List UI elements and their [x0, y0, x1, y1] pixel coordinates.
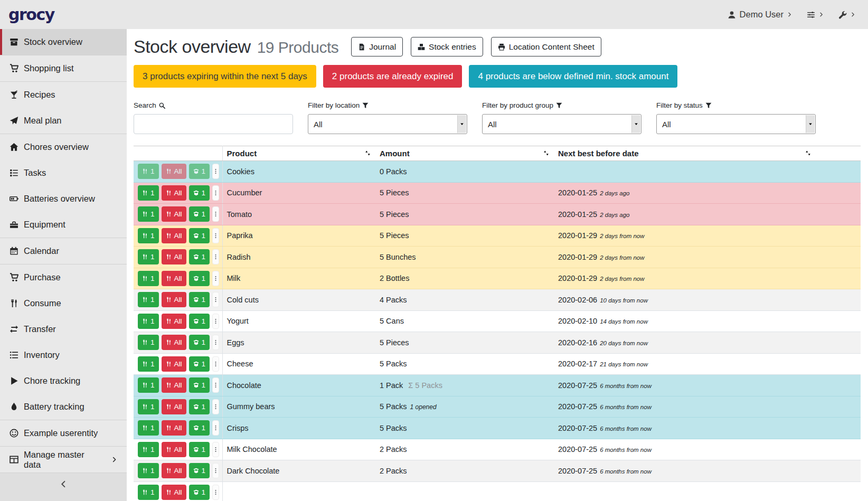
sidebar-item-battery-tracking[interactable]: Battery tracking — [0, 394, 127, 420]
sidebar-item-transfer[interactable]: Transfer — [0, 316, 127, 342]
row-menu-button[interactable] — [212, 356, 219, 372]
stock-entries-button[interactable]: Stock entries — [411, 37, 483, 56]
row-menu-button[interactable] — [212, 314, 219, 329]
row-menu-button[interactable] — [212, 420, 219, 436]
open-one-button[interactable]: 1 — [189, 206, 210, 222]
consume-all-button[interactable]: All — [162, 485, 186, 500]
row-menu-button[interactable] — [212, 377, 219, 393]
column-header-next-best-before-date[interactable]: Next best before date — [554, 146, 861, 161]
open-one-button[interactable]: 1 — [189, 377, 210, 393]
consume-one-button[interactable]: 1 — [138, 185, 159, 201]
consume-one-button[interactable]: 1 — [138, 420, 159, 436]
consume-all-button[interactable]: All — [162, 463, 186, 478]
sidebar-item-purchase[interactable]: Purchase — [0, 264, 127, 290]
tint-icon — [8, 402, 19, 411]
open-one-button[interactable]: 1 — [189, 485, 210, 500]
consume-one-button[interactable]: 1 — [138, 292, 159, 307]
app-logo[interactable]: grocy — [8, 5, 54, 24]
row-menu-button[interactable] — [212, 228, 219, 243]
row-menu-button[interactable] — [212, 292, 219, 307]
sidebar-item-recipes[interactable]: Recipes — [0, 82, 127, 108]
sidebar-item-meal-plan[interactable]: Meal plan — [0, 108, 127, 134]
open-one-button[interactable]: 1 — [189, 249, 210, 264]
row-menu-button[interactable] — [212, 399, 219, 414]
consume-one-button[interactable]: 1 — [138, 314, 159, 329]
consume-one-button[interactable]: 1 — [138, 228, 159, 243]
consume-all-button[interactable]: All — [162, 399, 186, 414]
consume-one-button[interactable]: 1 — [138, 164, 159, 179]
consume-one-button[interactable]: 1 — [138, 356, 159, 372]
consume-one-button[interactable]: 1 — [138, 463, 159, 478]
settings-menu[interactable] — [807, 11, 824, 19]
sidebar-item-batteries-overview[interactable]: Batteries overview — [0, 186, 127, 212]
consume-all-button[interactable]: All — [162, 377, 186, 393]
open-one-button[interactable]: 1 — [189, 185, 210, 201]
row-menu-button[interactable] — [212, 249, 219, 264]
consume-one-button[interactable]: 1 — [138, 271, 159, 286]
open-one-button[interactable]: 1 — [189, 271, 210, 286]
location-content-sheet-button[interactable]: Location Content Sheet — [491, 37, 601, 56]
journal-button[interactable]: Journal — [351, 37, 403, 56]
consume-one-button[interactable]: 1 — [138, 399, 159, 414]
search-input[interactable] — [134, 114, 293, 134]
consume-all-button[interactable]: All — [162, 442, 186, 457]
sidebar-item-stock-overview[interactable]: Stock overview — [0, 29, 127, 55]
consume-all-button[interactable]: All — [162, 314, 186, 329]
user-menu[interactable]: Demo User — [728, 10, 792, 20]
consume-one-button[interactable]: 1 — [138, 442, 159, 457]
consume-all-button[interactable]: All — [162, 185, 186, 201]
open-one-button[interactable]: 1 — [189, 399, 210, 414]
alert-banner[interactable]: 2 products are already expired — [323, 65, 463, 88]
open-one-button[interactable]: 1 — [189, 463, 210, 478]
alert-banner[interactable]: 4 products are below defined min. stock … — [469, 65, 677, 88]
filter-by-product-group-select[interactable]: All — [482, 114, 641, 134]
consume-all-button[interactable]: All — [162, 356, 186, 372]
consume-all-button[interactable]: All — [162, 206, 186, 222]
consume-one-button[interactable]: 1 — [138, 206, 159, 222]
consume-one-button[interactable]: 1 — [138, 249, 159, 264]
sidebar-item-chore-tracking[interactable]: Chore tracking — [0, 368, 127, 394]
consume-one-button[interactable]: 1 — [138, 377, 159, 393]
sidebar-collapse-button[interactable] — [60, 480, 67, 488]
alert-banner[interactable]: 3 products expiring within the next 5 da… — [134, 65, 316, 88]
row-menu-button[interactable] — [212, 442, 219, 457]
row-menu-button[interactable] — [212, 185, 219, 201]
column-header-amount[interactable]: Amount — [375, 146, 554, 161]
open-one-button[interactable]: 1 — [189, 442, 210, 457]
row-menu-button[interactable] — [212, 463, 219, 478]
open-one-button[interactable]: 1 — [189, 292, 210, 307]
sidebar-item-manage-master-data[interactable]: Manage master data — [0, 447, 127, 472]
open-one-button[interactable]: 1 — [189, 356, 210, 372]
row-menu-button[interactable] — [212, 271, 219, 286]
sidebar-item-inventory[interactable]: Inventory — [0, 342, 127, 368]
consume-all-button[interactable]: All — [162, 335, 186, 350]
consume-all-button[interactable]: All — [162, 420, 186, 436]
sidebar-item-tasks[interactable]: Tasks — [0, 160, 127, 186]
open-one-button[interactable]: 1 — [189, 420, 210, 436]
sidebar-item-example-userentity[interactable]: Example userentity — [0, 420, 127, 446]
sidebar-item-shopping-list[interactable]: Shopping list — [0, 55, 127, 81]
sidebar-item-chores-overview[interactable]: Chores overview — [0, 134, 127, 160]
open-one-button[interactable]: 1 — [189, 314, 210, 329]
sidebar-item-calendar[interactable]: Calendar — [0, 238, 127, 264]
filter-by-location-select[interactable]: All — [308, 114, 467, 134]
consume-all-button[interactable]: All — [162, 292, 186, 307]
row-menu-button[interactable] — [212, 335, 219, 350]
row-menu-button[interactable] — [212, 206, 219, 222]
admin-menu[interactable] — [838, 11, 855, 19]
open-one-button[interactable]: 1 — [189, 164, 210, 179]
consume-all-button[interactable]: All — [162, 228, 186, 243]
consume-all-button[interactable]: All — [162, 271, 186, 286]
consume-all-button[interactable]: All — [162, 249, 186, 264]
consume-all-button[interactable]: All — [162, 164, 186, 179]
consume-one-button[interactable]: 1 — [138, 335, 159, 350]
sidebar-item-equipment[interactable]: Equipment — [0, 212, 127, 238]
filter-by-status-select[interactable]: All — [656, 114, 816, 134]
row-menu-button[interactable] — [212, 485, 219, 500]
column-header-product[interactable]: Product — [222, 146, 375, 161]
sidebar-item-consume[interactable]: Consume — [0, 290, 127, 316]
open-one-button[interactable]: 1 — [189, 335, 210, 350]
row-menu-button[interactable] — [212, 164, 219, 179]
consume-one-button[interactable]: 1 — [138, 485, 159, 500]
open-one-button[interactable]: 1 — [189, 228, 210, 243]
